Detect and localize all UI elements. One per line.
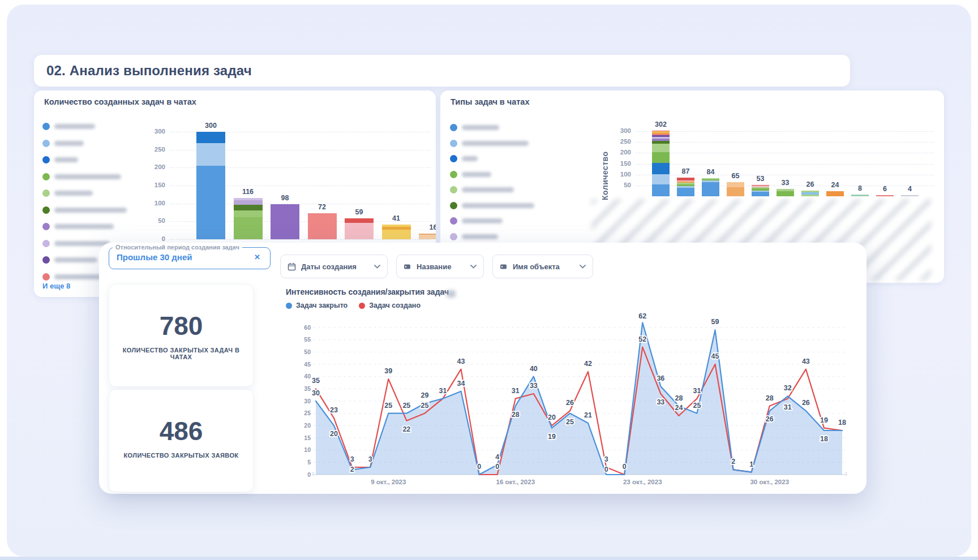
legend-item[interactable]: [450, 232, 563, 242]
bar-segment[interactable]: [419, 234, 436, 235]
point-value-label: 3: [604, 455, 608, 463]
bar-segment[interactable]: [677, 188, 694, 196]
legend-item[interactable]: [42, 189, 156, 198]
bar-segment[interactable]: [234, 200, 263, 205]
bar-segment[interactable]: [727, 187, 744, 196]
y-tick-label: 50: [608, 182, 631, 188]
bar-segment[interactable]: [677, 182, 694, 183]
legend-item-closed[interactable]: Задач закрыто: [286, 301, 348, 309]
gridline: [636, 142, 934, 143]
bar-segment[interactable]: [652, 134, 670, 135]
bar-segment[interactable]: [752, 186, 769, 187]
legend-item-created[interactable]: Задач создано: [359, 301, 421, 309]
legend-item[interactable]: [450, 186, 563, 195]
bar-value-label: 4: [893, 185, 927, 193]
bar-segment[interactable]: [876, 195, 894, 196]
bar-segment[interactable]: [677, 180, 694, 182]
bar-segment[interactable]: [652, 139, 670, 141]
bar-segment[interactable]: [677, 186, 694, 188]
bar-segment[interactable]: [652, 144, 670, 152]
bar-segment[interactable]: [652, 163, 670, 174]
bar-segment[interactable]: [234, 217, 263, 239]
legend-item[interactable]: [42, 173, 156, 182]
bar-segment[interactable]: [901, 195, 919, 196]
bar-segment[interactable]: [196, 132, 225, 143]
point-value-label: 0: [477, 463, 481, 471]
bar-segment[interactable]: [652, 135, 670, 137]
bar-segment[interactable]: [851, 195, 869, 196]
legend-item[interactable]: [42, 122, 156, 131]
gridline: [170, 239, 430, 240]
bar-segment[interactable]: [677, 183, 694, 184]
bar-segment[interactable]: [345, 218, 374, 223]
bar-segment[interactable]: [234, 205, 263, 211]
svg-text:0: 0: [307, 471, 311, 478]
bar-segment[interactable]: [652, 141, 670, 144]
point-value-label: 40: [530, 365, 538, 373]
bar-segment[interactable]: [652, 174, 670, 184]
bar-segment[interactable]: [752, 187, 769, 189]
bar-segment[interactable]: [777, 189, 794, 191]
bar-segment[interactable]: [677, 184, 694, 186]
period-filter[interactable]: Относительный период создания задач Прош…: [109, 244, 271, 269]
bar-segment[interactable]: [382, 230, 411, 239]
dropdown-creation-dates[interactable]: Даты создания: [280, 255, 388, 278]
y-tick-label: 300: [143, 128, 165, 135]
bar-segment[interactable]: [652, 184, 670, 196]
dropdown-object-name[interactable]: Имя объекта: [492, 255, 593, 278]
legend-item[interactable]: [450, 123, 563, 132]
legend-item[interactable]: [450, 154, 563, 163]
bar-segment[interactable]: [727, 182, 744, 187]
bar-segment[interactable]: [801, 191, 819, 192]
legend-item[interactable]: [42, 206, 156, 215]
period-filter-value: Прошлые 30 дней: [117, 252, 192, 262]
legend-more-link[interactable]: И еще 8: [42, 282, 70, 290]
bar-segment[interactable]: [777, 191, 794, 196]
gridline: [636, 131, 934, 132]
bar-segment[interactable]: [677, 178, 694, 180]
bar-segment[interactable]: [752, 192, 769, 196]
bar-segment[interactable]: [382, 227, 411, 229]
bar-segment[interactable]: [752, 191, 769, 192]
bar-segment[interactable]: [196, 143, 225, 166]
bar-segment[interactable]: [826, 191, 844, 196]
bar-segment[interactable]: [652, 152, 670, 163]
bar-segment[interactable]: [652, 131, 670, 131]
bar-segment[interactable]: [752, 185, 769, 186]
bar-segment[interactable]: [234, 210, 263, 217]
legend-item[interactable]: [450, 170, 563, 179]
legend-item[interactable]: [42, 139, 156, 148]
clear-filter-icon[interactable]: ✕: [252, 252, 263, 262]
legend-item[interactable]: [450, 217, 563, 226]
bar-segment[interactable]: [752, 188, 769, 190]
bar-segment[interactable]: [234, 198, 263, 200]
bar-segment[interactable]: [308, 213, 337, 239]
legend-color-dot: [42, 273, 50, 281]
point-value-label: 26: [802, 399, 810, 407]
bar-segment[interactable]: [196, 166, 225, 239]
bar-segment[interactable]: [652, 137, 670, 139]
bar-segment[interactable]: [702, 180, 719, 182]
bar-segment[interactable]: [652, 131, 670, 132]
legend-item[interactable]: [42, 222, 156, 231]
bar-segment[interactable]: [382, 225, 411, 227]
bar-segment[interactable]: [702, 178, 719, 179]
legend-item[interactable]: [450, 201, 563, 210]
svg-text:10: 10: [304, 446, 311, 453]
bar-segment[interactable]: [345, 223, 374, 239]
bar-segment[interactable]: [801, 195, 819, 196]
bar-segment[interactable]: [419, 235, 436, 239]
bar-segment[interactable]: [652, 132, 670, 133]
legend-item[interactable]: [42, 156, 156, 165]
bar-segment[interactable]: [702, 182, 719, 196]
bar-segment[interactable]: [801, 192, 819, 194]
chevron-down-icon: [580, 265, 586, 269]
point-value-label: 28: [766, 394, 774, 402]
bar-segment[interactable]: [702, 179, 719, 181]
point-value-label: 62: [638, 312, 646, 320]
bar-segment[interactable]: [271, 204, 299, 239]
point-value-label: 34: [457, 380, 465, 387]
legend-item[interactable]: [450, 139, 563, 148]
legend-color-dot: [42, 189, 50, 197]
dropdown-name[interactable]: Название: [396, 255, 484, 278]
